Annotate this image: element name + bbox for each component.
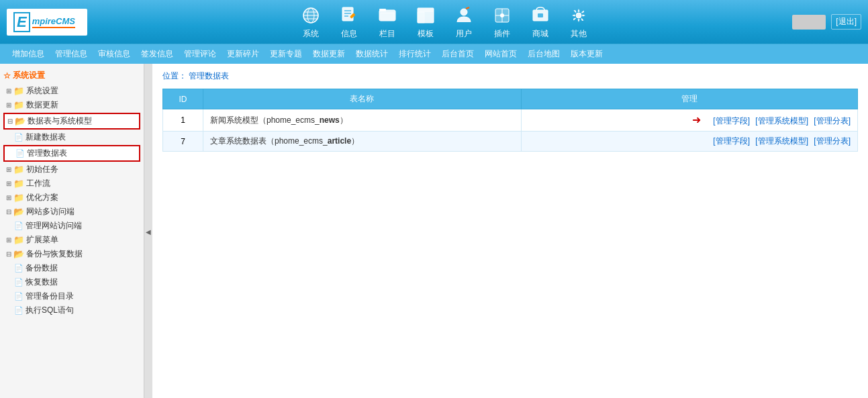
subnav-backend-map[interactable]: 后台地图 bbox=[522, 47, 565, 61]
th-id: ID bbox=[163, 89, 203, 109]
sidebar-item-multi-access[interactable]: ⊟ 📂 网站多访问端 bbox=[3, 205, 140, 219]
logo-empire-text: mpire bbox=[32, 16, 56, 26]
expand-icon: ⊞ bbox=[6, 236, 11, 244]
manage-link-model-2[interactable]: [管理系统模型] bbox=[755, 136, 808, 146]
th-manage: 管理 bbox=[521, 89, 857, 109]
nav-label-other: 其他 bbox=[571, 28, 587, 40]
logo-e-letter: E bbox=[13, 12, 30, 32]
sidebar-item-backup-dir[interactable]: 📄 管理备份目录 bbox=[3, 289, 140, 303]
sidebar-label-new-table: 新建数据表 bbox=[26, 132, 66, 143]
breadcrumb: 位置： 管理数据表 bbox=[162, 70, 858, 82]
collapse-arrow-icon: ◀ bbox=[146, 228, 151, 236]
folder-icon: 📂 bbox=[13, 207, 24, 217]
sidebar-item-backup[interactable]: ⊟ 📂 备份与恢复数据 bbox=[3, 247, 140, 261]
file-icon: 📄 bbox=[14, 278, 23, 287]
file-icon: 📄 bbox=[15, 149, 25, 158]
manage-link-subtable-2[interactable]: [管理分表] bbox=[814, 136, 851, 146]
subnav-version-update[interactable]: 版本更新 bbox=[565, 47, 608, 61]
svg-rect-14 bbox=[418, 8, 434, 12]
table-row: 7 文章系统数据表（phome_ecms_article） [管理字段] [管理… bbox=[163, 132, 858, 152]
sidebar-item-init-task[interactable]: ⊞ 📁 初始任务 bbox=[3, 162, 140, 177]
folder-icon: 📁 bbox=[13, 86, 24, 96]
sidebar-item-sys-settings[interactable]: ⊞ 📁 系统设置 bbox=[3, 84, 140, 98]
manage-link-model-1[interactable]: [管理系统模型] bbox=[755, 116, 808, 126]
svg-point-24 bbox=[576, 13, 581, 18]
svg-rect-15 bbox=[418, 12, 424, 23]
logo-underline bbox=[32, 27, 75, 28]
nav-item-user[interactable]: 用户 bbox=[446, 2, 481, 42]
manage-link-field-1[interactable]: [管理字段] bbox=[713, 116, 750, 126]
nav-item-plugin[interactable]: 插件 bbox=[485, 2, 520, 42]
sidebar-label-backup: 备份与恢复数据 bbox=[26, 248, 83, 260]
sidebar-item-workflow[interactable]: ⊞ 📁 工作流 bbox=[3, 177, 140, 191]
nav-item-template[interactable]: 模板 bbox=[408, 2, 443, 42]
svg-rect-12 bbox=[381, 13, 394, 19]
sidebar-item-datatables[interactable]: ⊟ 📂 数据表与系统模型 bbox=[3, 113, 140, 130]
star-icon: ☆ bbox=[3, 71, 11, 81]
main-nav: 系统 信息 bbox=[97, 2, 792, 42]
subnav-data-stats[interactable]: 数据统计 bbox=[350, 47, 393, 61]
logo[interactable]: E mpire CMS bbox=[7, 9, 87, 36]
header: E mpire CMS 系统 bbox=[0, 0, 868, 44]
subnav-add-info[interactable]: 增加信息 bbox=[7, 47, 50, 61]
sidebar-label-sys-settings: 系统设置 bbox=[26, 85, 58, 97]
manage-link-subtable-1[interactable]: [管理分表] bbox=[814, 116, 851, 126]
sidebar-item-optimize[interactable]: ⊞ 📁 优化方案 bbox=[3, 191, 140, 205]
sidebar-label-manage-table: 管理数据表 bbox=[27, 148, 67, 159]
svg-rect-5 bbox=[342, 7, 353, 21]
folder-icon: 📂 bbox=[15, 116, 26, 126]
nav-label-info: 信息 bbox=[341, 28, 357, 40]
subnav-manage-comment[interactable]: 管理评论 bbox=[179, 47, 222, 61]
subnav-audit-info[interactable]: 审核信息 bbox=[93, 47, 136, 61]
nav-item-shop[interactable]: 商城 bbox=[523, 2, 558, 42]
sidebar-label-ext-menu: 扩展菜单 bbox=[26, 234, 58, 246]
subnav-site-home[interactable]: 网站首页 bbox=[479, 47, 522, 61]
sidebar-title: ☆ 系统设置 bbox=[3, 67, 140, 84]
svg-line-17 bbox=[466, 7, 469, 9]
subnav-update-special[interactable]: 更新专题 bbox=[264, 47, 307, 61]
layout-icon bbox=[415, 5, 436, 26]
plugin-icon bbox=[491, 5, 513, 26]
nav-item-other[interactable]: 其他 bbox=[561, 2, 596, 42]
subnav-data-update[interactable]: 数据更新 bbox=[307, 47, 350, 61]
sidebar-toggle[interactable]: ◀ bbox=[144, 64, 152, 398]
nav-label-user: 用户 bbox=[456, 28, 472, 40]
manage-link-field-2[interactable]: [管理字段] bbox=[713, 136, 750, 146]
expand-icon: ⊞ bbox=[6, 87, 11, 95]
subnav-rank-stats[interactable]: 排行统计 bbox=[393, 47, 436, 61]
sidebar-item-restore-data[interactable]: 📄 恢复数据 bbox=[3, 275, 140, 289]
data-table: ID 表名称 管理 1 新闻系统模型（phome_ecms_news） ➜ [管… bbox=[162, 89, 858, 152]
nav-item-info[interactable]: 信息 bbox=[332, 2, 367, 42]
nav-item-column[interactable]: 栏目 bbox=[370, 2, 405, 42]
subnav-update-fragment[interactable]: 更新碎片 bbox=[222, 47, 264, 61]
expand-icon: ⊞ bbox=[6, 166, 11, 173]
subnav-sign-info[interactable]: 签发信息 bbox=[136, 47, 179, 61]
globe-icon bbox=[300, 5, 322, 26]
sidebar-item-backup-data[interactable]: 📄 备份数据 bbox=[3, 261, 140, 275]
nav-item-sys[interactable]: 系统 bbox=[293, 2, 328, 42]
sidebar-item-sql[interactable]: 📄 执行SQL语句 bbox=[3, 303, 140, 317]
sidebar-item-ext-menu[interactable]: ⊞ 📁 扩展菜单 bbox=[3, 233, 140, 247]
folder-icon: 📂 bbox=[13, 249, 24, 259]
td-id-1: 1 bbox=[163, 109, 203, 132]
sidebar-label-manage-access: 管理网站访问端 bbox=[26, 220, 82, 232]
th-name: 表名称 bbox=[203, 89, 522, 109]
file-icon: 📄 bbox=[14, 306, 23, 315]
gear-icon bbox=[568, 5, 589, 26]
sidebar-label-restore-data: 恢复数据 bbox=[26, 277, 58, 288]
sidebar-item-manage-table[interactable]: 📄 管理数据表 bbox=[3, 145, 140, 162]
folder-icon: 📁 bbox=[13, 193, 24, 203]
main-area: ☆ 系统设置 ⊞ 📁 系统设置 ⊞ 📁 数据更新 ⊟ 📂 数据表与系统模型 📄 bbox=[0, 64, 868, 398]
sidebar-item-manage-access[interactable]: 📄 管理网站访问端 bbox=[3, 219, 140, 233]
breadcrumb-current: 管理数据表 bbox=[189, 71, 229, 81]
subnav-backend-home[interactable]: 后台首页 bbox=[436, 47, 479, 61]
expand-icon: ⊟ bbox=[7, 117, 13, 125]
sidebar-label-datatables: 数据表与系统模型 bbox=[28, 115, 92, 127]
subnav-manage-info[interactable]: 管理信息 bbox=[50, 47, 93, 61]
logout-button[interactable]: [退出] bbox=[831, 14, 861, 30]
sidebar-label-optimize: 优化方案 bbox=[26, 192, 58, 203]
folder-icon bbox=[377, 5, 398, 26]
sidebar-item-new-table[interactable]: 📄 新建数据表 bbox=[3, 130, 140, 144]
folder-icon: 📁 bbox=[13, 235, 24, 245]
sidebar-item-data-update[interactable]: ⊞ 📁 数据更新 bbox=[3, 98, 140, 112]
